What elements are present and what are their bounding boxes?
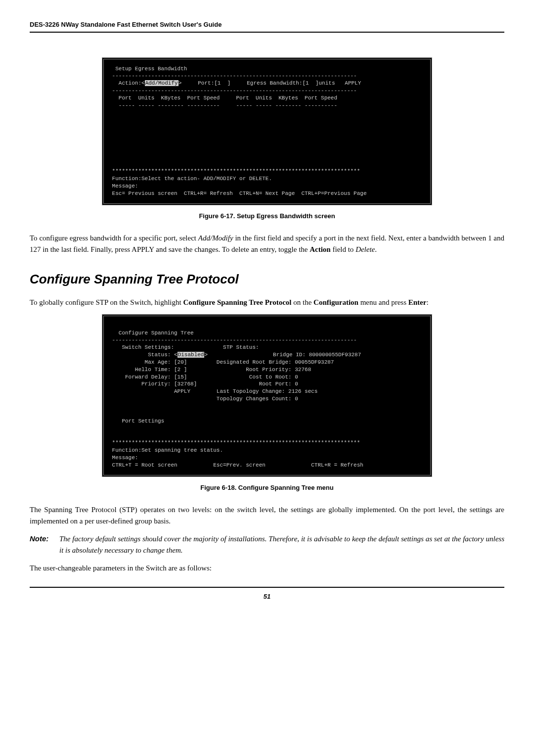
p2b: on the [292,298,314,306]
paragraph-stp-intro: To globally configure STP on the Switch,… [30,297,504,308]
t2-msg: Message: [109,455,138,461]
paragraph-egress-config: To configure egress bandwidth for a spec… [30,233,504,255]
t1-title: Setup Egress Bandwidth [109,66,187,72]
note-text: The factory default settings should cove… [59,535,504,554]
t2-l3: Switch Settings: STP Status: [109,344,259,350]
terminal-screenshot-egress: Setup Egress Bandwidth -----------------… [102,57,432,205]
t2-l4a: Status: < [109,352,178,358]
figure-caption-2: Figure 6-18. Configure Spanning Tree men… [30,483,504,493]
t2-l6: Hello Time: [2 ] Root Priority: 32768 [109,367,311,373]
p1d: . [375,245,377,253]
p2d: : [426,298,428,306]
t2-l8: Priority: [32768] Root Port: 0 [109,381,298,387]
t2-l13: Port Settings [109,418,164,424]
t1-stars: ****************************************… [109,168,360,174]
t1-action-suffix: > Port:[1 ] Egress Bandwidth:[1 ]units A… [178,80,361,86]
figure-caption-1: Figure 6-17. Setup Egress Bandwidth scre… [30,211,504,221]
page-number: 51 [264,593,270,600]
t2-nav: CTRL+T = Root screen Esc=Prev. screen CT… [109,462,363,468]
t1-func: Function:Select the action- ADD/MODIFY o… [109,176,272,182]
p2-cfg: Configuration [313,298,358,306]
paragraph-stp-levels: The Spanning Tree Protocol (STP) operate… [30,504,504,526]
t1-cols: Port Units KBytes Port Speed Port Units … [109,95,337,101]
page-header: DES-3226 NWay Standalone Fast Ethernet S… [30,20,504,33]
t1-sep: ----------------------------------------… [109,73,357,79]
p2c: menu and press [358,298,408,306]
p1-delete: Delete [356,245,375,253]
t2-title: Configure Spanning Tree [109,330,194,336]
t2-stars: ****************************************… [109,440,360,446]
note-label: Note: [30,533,48,545]
t1-sep2: ----------------------------------------… [109,88,357,94]
p1-addmod: Add/Modify [198,234,233,242]
t2-l4b: > Bridge ID: 800000055DF93287 [204,352,361,358]
t1-nav: Esc= Previous screen CTRL+R= Refresh CTR… [109,190,367,196]
t2-l7: Forward Delay: [15] Cost to Root: 0 [109,374,298,380]
p2-enter: Enter [408,298,427,306]
t2-sep: ----------------------------------------… [109,337,357,343]
page-footer: 51 [30,587,504,602]
terminal-screenshot-stp: Configure Spanning Tree ----------------… [102,314,432,477]
t1-msg: Message: [109,183,138,189]
t2-l9: APPLY Last Topology Change: 2126 secs [109,388,317,394]
t2-func: Function:Set spanning tree status. [109,447,223,453]
paragraph-params-intro: The user-changeable parameters in the Sw… [30,563,504,574]
note-block: Note: The factory default settings shoul… [59,533,504,556]
p2-cmd: Configure Spanning Tree Protocol [183,298,291,306]
t1-action-prefix: Action:< [109,80,145,86]
t2-l5: Max Age: [20] Designated Root Bridge: 00… [109,359,334,365]
p2a: To globally configure STP on the Switch,… [30,298,183,306]
p1c: field to [331,245,356,253]
section-heading-stp: Configure Spanning Tree Protocol [30,270,504,289]
t1-dashes: ----- ----- -------- ---------- ----- --… [109,102,337,108]
t2-status-value: Disabled [178,352,205,358]
p1-action: Action [310,245,331,253]
t2-l10: Topology Changes Count: 0 [109,396,298,402]
p1a: To configure egress bandwidth for a spec… [30,234,198,242]
t1-action-value: Add/Modify [145,80,178,86]
